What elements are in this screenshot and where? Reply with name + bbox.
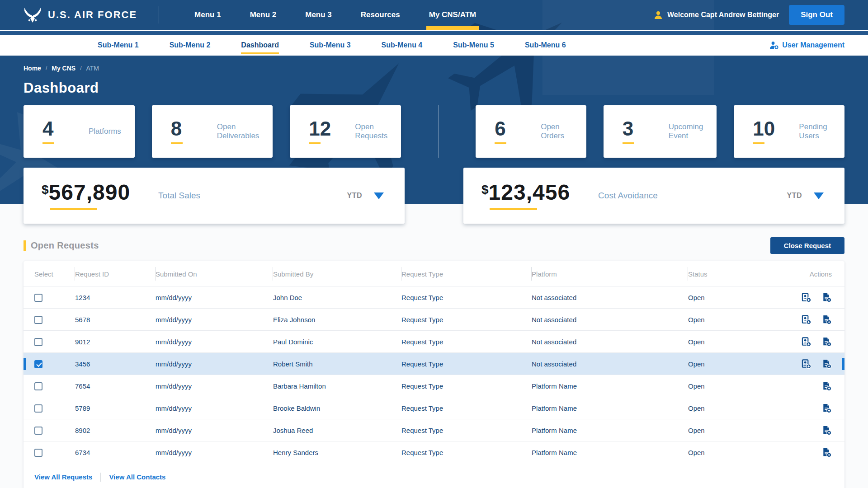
column-header-request-type: Request Type <box>401 261 532 286</box>
table-footer: View All Requests View All Contacts <box>34 473 844 482</box>
secondary-nav-items: Sub-Menu 1 Sub-Menu 2 Dashboard Sub-Menu… <box>82 41 581 49</box>
cell-select <box>24 286 75 309</box>
add-document-icon[interactable] <box>821 447 832 458</box>
subnav-item-5[interactable]: Sub-Menu 5 <box>438 41 509 49</box>
table-row[interactable]: 1234 mm/dd/yyyy John Doe Request Type No… <box>24 286 844 309</box>
top-navigation-bar: U.S. AIR FORCE Menu 1 Menu 2 Menu 3 Reso… <box>0 0 868 30</box>
period-dropdown-caret-icon[interactable] <box>814 192 824 199</box>
user-icon <box>654 10 663 19</box>
breadcrumb-separator: / <box>80 65 81 71</box>
stat-card-open-deliverables[interactable]: 8 Open Deliverables <box>152 105 273 158</box>
nav-item-resources[interactable]: Resources <box>346 0 415 30</box>
row-checkbox[interactable] <box>34 294 42 302</box>
cell-submitted-by: Eliza Johnson <box>273 309 401 331</box>
cell-actions <box>790 441 844 464</box>
cell-actions <box>790 353 844 375</box>
cell-submitted-by: Barbara Hamilton <box>273 375 401 397</box>
cell-status: Open <box>688 419 790 441</box>
nav-item-menu-3[interactable]: Menu 3 <box>291 0 346 30</box>
add-document-icon[interactable] <box>821 381 832 391</box>
subnav-item-1[interactable]: Sub-Menu 1 <box>82 41 154 49</box>
stat-label: Open Requests <box>355 122 387 141</box>
add-contact-icon[interactable] <box>801 337 811 347</box>
stat-card-pending-users[interactable]: 10 Pending Users <box>734 105 844 158</box>
table-row[interactable]: 7654 mm/dd/yyyy Barbara Hamilton Request… <box>24 375 844 397</box>
add-contact-icon[interactable] <box>801 314 811 325</box>
table-row[interactable]: 9012 mm/dd/yyyy Paul Dominic Request Typ… <box>24 331 844 353</box>
close-request-button[interactable]: Close Request <box>770 237 844 254</box>
stat-card-upcoming-event[interactable]: 3 Upcoming Event <box>604 105 717 158</box>
table-row[interactable]: 5789 mm/dd/yyyy Brooke Baldwin Request T… <box>24 397 844 419</box>
user-management-link[interactable]: User Management <box>769 41 844 49</box>
cell-select <box>24 441 75 464</box>
table-header-row: Select Request ID Submitted On Submitted… <box>24 261 844 286</box>
subnav-item-6[interactable]: Sub-Menu 6 <box>509 41 581 49</box>
table-row[interactable]: 3456 mm/dd/yyyy Robert Smith Request Typ… <box>24 353 844 375</box>
cell-actions <box>790 397 844 419</box>
subnav-item-dashboard[interactable]: Dashboard <box>226 41 294 49</box>
kpi-value: 567,890 <box>49 182 131 203</box>
cell-request-type: Request Type <box>401 331 532 353</box>
add-document-icon[interactable] <box>821 403 832 413</box>
table-row[interactable]: 5678 mm/dd/yyyy Eliza Johnson Request Ty… <box>24 309 844 331</box>
nav-item-menu-1[interactable]: Menu 1 <box>180 0 236 30</box>
breadcrumb-separator: / <box>46 65 47 71</box>
cell-platform: Platform Name <box>532 375 688 397</box>
row-checkbox[interactable] <box>34 360 42 368</box>
add-contact-icon[interactable] <box>801 292 811 303</box>
column-header-select: Select <box>24 261 75 286</box>
kpi-card-row: $ 567,890 Total Sales YTD $ 123,456 Cost… <box>24 168 844 224</box>
nav-item-my-cns-atm[interactable]: My CNS/ATM <box>415 0 491 30</box>
add-document-icon[interactable] <box>821 292 832 303</box>
view-all-contacts-link[interactable]: View All Contacts <box>109 473 165 481</box>
row-checkbox[interactable] <box>34 382 42 390</box>
kpi-underline <box>50 208 97 210</box>
column-header-submitted-by: Submitted By <box>273 261 401 286</box>
nav-item-menu-2[interactable]: Menu 2 <box>236 0 291 30</box>
cell-platform: Not associated <box>532 331 688 353</box>
add-document-icon[interactable] <box>821 359 832 369</box>
add-document-icon[interactable] <box>821 425 832 436</box>
add-contact-icon[interactable] <box>801 359 811 369</box>
currency-symbol: $ <box>42 183 49 196</box>
row-checkbox[interactable] <box>34 449 42 457</box>
cell-request-id: 5678 <box>75 309 156 331</box>
row-checkbox[interactable] <box>34 316 42 324</box>
cell-actions <box>790 286 844 309</box>
table-row[interactable]: 8902 mm/dd/yyyy Joshua Reed Request Type… <box>24 419 844 441</box>
stat-card-open-requests[interactable]: 12 Open Requests <box>290 105 401 158</box>
hero-section: Home / My CNS / ATM Dashboard 4 Platform… <box>0 65 868 158</box>
stat-card-platforms[interactable]: 4 Platforms <box>24 105 135 158</box>
subnav-item-2[interactable]: Sub-Menu 2 <box>154 41 226 49</box>
cell-submitted-by: Robert Smith <box>273 353 401 375</box>
stat-card-open-orders[interactable]: 6 Open Orders <box>476 105 586 158</box>
column-header-status: Status <box>688 261 790 286</box>
subnav-item-4[interactable]: Sub-Menu 4 <box>366 41 438 49</box>
row-checkbox[interactable] <box>34 427 42 435</box>
row-checkbox[interactable] <box>34 404 42 413</box>
primary-nav: Menu 1 Menu 2 Menu 3 Resources My CNS/AT… <box>180 0 491 30</box>
cell-submitted-on: mm/dd/yyyy <box>156 331 273 353</box>
sign-out-button[interactable]: Sign Out <box>789 5 844 25</box>
add-document-icon[interactable] <box>821 314 832 325</box>
cell-platform: Not associated <box>532 286 688 309</box>
usaf-logo[interactable]: U.S. AIR FORCE <box>24 7 137 23</box>
stat-underline <box>42 142 54 144</box>
cell-request-type: Request Type <box>401 309 532 331</box>
period-dropdown-caret-icon[interactable] <box>374 192 384 199</box>
stat-underline <box>495 142 506 144</box>
breadcrumb-home[interactable]: Home <box>24 65 41 72</box>
row-checkbox[interactable] <box>34 338 42 346</box>
cell-request-id: 1234 <box>75 286 156 309</box>
breadcrumb: Home / My CNS / ATM <box>24 65 844 72</box>
cell-request-id: 3456 <box>75 353 156 375</box>
add-document-icon[interactable] <box>821 337 832 347</box>
view-all-requests-link[interactable]: View All Requests <box>34 473 92 481</box>
stat-label: Upcoming Event <box>669 122 703 141</box>
cell-status: Open <box>688 286 790 309</box>
cell-submitted-by: Joshua Reed <box>273 419 401 441</box>
table-row[interactable]: 6734 mm/dd/yyyy Henry Sanders Request Ty… <box>24 441 844 464</box>
subnav-item-3[interactable]: Sub-Menu 3 <box>294 41 366 49</box>
breadcrumb-my-cns[interactable]: My CNS <box>52 65 75 72</box>
cell-select <box>24 309 75 331</box>
